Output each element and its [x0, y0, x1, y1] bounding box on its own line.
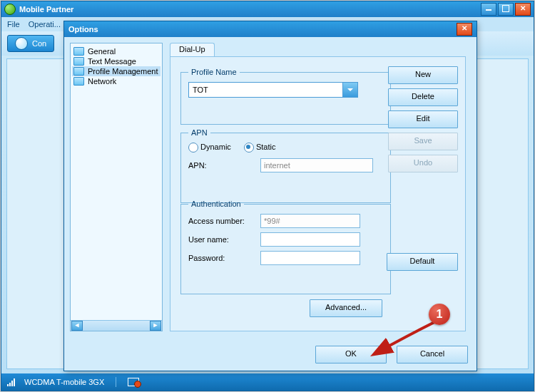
default-button[interactable]: Default [387, 253, 458, 271]
group-apn: APN Dynamic Static APN: [180, 128, 391, 203]
minimize-icon [486, 9, 491, 11]
status-network-text: WCDMA T-mobile 3GX [24, 378, 104, 386]
radio-checked-icon [244, 143, 254, 153]
options-close-button[interactable]: ✕ [457, 23, 472, 36]
group-profile-name: Profile Name TOT [180, 68, 391, 125]
edit-button[interactable]: Edit [388, 110, 458, 128]
new-button[interactable]: New [388, 66, 458, 84]
statusbar: WCDMA T-mobile 3GX [1, 373, 534, 391]
tree-item-text-message[interactable]: Text Message [72, 56, 160, 66]
connect-label: Con [32, 39, 46, 48]
profile-name-value: TOT [193, 86, 208, 94]
apn-dynamic-option[interactable]: Dynamic [188, 143, 231, 153]
folder-icon [73, 77, 84, 86]
connect-icon [15, 37, 28, 50]
main-titlebar: Mobile Partner ✕ [1, 1, 534, 17]
tree-hscrollbar[interactable]: ◄ ► [71, 320, 162, 331]
scroll-right-icon[interactable]: ► [150, 321, 161, 331]
group-legend: Profile Name [188, 68, 240, 76]
radio-label: Static [256, 143, 276, 151]
scroll-left-icon[interactable]: ◄ [71, 321, 83, 331]
ok-button[interactable]: OK [315, 346, 387, 363]
side-buttons: New Delete Edit Save Undo [388, 66, 458, 172]
username-input[interactable] [260, 232, 360, 247]
options-titlebar: Options ✕ [64, 21, 477, 37]
apn-static-option[interactable]: Static [244, 143, 276, 153]
folder-icon [73, 67, 84, 76]
minimize-button[interactable] [481, 3, 496, 16]
undo-button: Undo [388, 155, 458, 172]
username-label: User name: [188, 235, 256, 244]
annotation-step-1: 1 [429, 304, 450, 325]
advanced-button[interactable]: Advanced... [310, 299, 382, 317]
app-title: Mobile Partner [19, 5, 477, 14]
connect-button[interactable]: Con [7, 35, 54, 52]
dialog-footer: OK Cancel [315, 346, 468, 363]
annotation-step-number: 1 [437, 308, 443, 321]
tree-label: Profile Management [88, 67, 158, 76]
options-title: Options [68, 25, 457, 33]
status-separator [116, 377, 116, 387]
tree-item-profile-management[interactable]: Profile Management [72, 66, 160, 76]
apn-field-label: APN: [188, 161, 256, 170]
tree-label: Network [88, 77, 116, 86]
group-authentication: Authentication Access number: User name:… [180, 200, 391, 294]
tree-item-general[interactable]: General [72, 46, 160, 56]
tabstrip: Dial-Up [170, 43, 370, 57]
profile-name-combo[interactable]: TOT [188, 82, 358, 98]
tab-dialup[interactable]: Dial-Up [170, 43, 215, 58]
signal-icon [7, 378, 17, 386]
maximize-icon [502, 5, 509, 12]
password-label: Password: [188, 254, 256, 262]
save-button: Save [388, 133, 458, 150]
network-disconnected-icon [128, 378, 139, 386]
tree-item-network[interactable]: Network [72, 76, 160, 86]
options-dialog: Options ✕ General Text Message Profile M… [63, 21, 477, 371]
app-icon [4, 4, 16, 15]
group-legend: APN [188, 128, 210, 137]
folder-icon [73, 57, 84, 66]
folder-icon [73, 47, 84, 56]
menu-operation[interactable]: Operati... [29, 20, 61, 29]
access-number-input[interactable] [260, 214, 360, 228]
group-legend: Authentication [188, 200, 244, 208]
options-tree: General Text Message Profile Management … [70, 43, 163, 331]
chevron-down-icon[interactable] [342, 83, 357, 97]
tab-page-dialup: Profile Name TOT APN Dynamic Static [170, 56, 466, 331]
apn-input[interactable] [260, 158, 373, 172]
tree-label: General [88, 47, 116, 56]
password-input[interactable] [260, 251, 360, 265]
menu-file[interactable]: File [7, 20, 20, 29]
radio-label: Dynamic [200, 143, 231, 151]
close-button[interactable]: ✕ [515, 3, 531, 16]
tab-label: Dial-Up [179, 45, 205, 53]
access-number-label: Access number: [188, 217, 256, 225]
tree-label: Text Message [88, 57, 136, 66]
radio-icon [188, 143, 198, 153]
maximize-button[interactable] [498, 3, 514, 16]
delete-button[interactable]: Delete [388, 88, 458, 106]
cancel-button[interactable]: Cancel [397, 346, 468, 363]
